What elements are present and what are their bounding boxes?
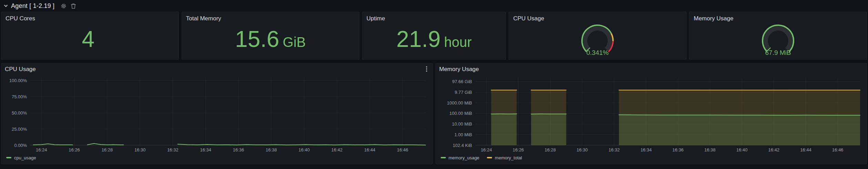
- memory-usage-chart[interactable]: 16:2416:2616:2816:3016:3216:3416:3616:38…: [439, 75, 864, 153]
- row-settings-gear-icon[interactable]: [61, 3, 67, 9]
- svg-text:16:24: 16:24: [36, 147, 47, 152]
- stat-number: 21.9: [396, 27, 440, 51]
- chart-header: CPU Usage: [5, 66, 429, 75]
- svg-text:10.00 MiB: 10.00 MiB: [452, 121, 472, 127]
- legend-item-memory_usage[interactable]: memory_usage: [441, 155, 480, 160]
- svg-text:16:38: 16:38: [704, 147, 716, 152]
- svg-text:16:40: 16:40: [298, 147, 310, 152]
- panel-title[interactable]: Uptime: [367, 15, 502, 22]
- svg-text:16:38: 16:38: [266, 147, 277, 152]
- legend-swatch-icon: [441, 157, 446, 158]
- legend-label[interactable]: cpu_usage: [14, 155, 36, 160]
- panel-title[interactable]: Memory Usage: [439, 66, 479, 73]
- svg-text:16:36: 16:36: [672, 147, 684, 152]
- svg-text:1.00 MiB: 1.00 MiB: [454, 132, 472, 137]
- svg-text:16:26: 16:26: [69, 147, 80, 152]
- timeseries-plot[interactable]: 16:2416:2616:2816:3016:3216:3416:3616:38…: [5, 75, 429, 153]
- stat-value-total-memory: 15.6GiB: [186, 22, 355, 57]
- svg-text:16:32: 16:32: [608, 147, 620, 152]
- svg-text:9.77 GiB: 9.77 GiB: [455, 90, 472, 95]
- svg-text:16:42: 16:42: [768, 147, 779, 152]
- svg-text:97.66 GiB: 97.66 GiB: [452, 79, 472, 84]
- svg-text:0.341%: 0.341%: [586, 49, 609, 56]
- row-delete-trash-icon[interactable]: [71, 3, 76, 9]
- cpu-usage-chart[interactable]: 16:2416:2616:2816:3016:3216:3416:3616:38…: [5, 75, 429, 153]
- panel-cpu-usage-gauge: CPU Usage 0.341%: [509, 12, 686, 60]
- stat-value-cpu-cores: 4: [6, 22, 174, 57]
- svg-text:16:42: 16:42: [331, 147, 343, 152]
- svg-text:75.00%: 75.00%: [12, 94, 27, 99]
- stats-row: CPU Cores 4 Total Memory 15.6GiB Uptime …: [1, 12, 867, 60]
- panel-menu-kebab-icon[interactable]: [424, 66, 429, 74]
- svg-text:16:34: 16:34: [640, 147, 652, 152]
- dashboard-row-header[interactable]: Agent [ 1-2.19 ]: [1, 0, 867, 12]
- svg-text:16:34: 16:34: [200, 147, 211, 152]
- gauge-plot: 67.9 MiB: [748, 22, 808, 56]
- panel-title[interactable]: Memory Usage: [694, 15, 862, 22]
- panel-title[interactable]: CPU Usage: [513, 15, 682, 22]
- svg-text:16:28: 16:28: [102, 147, 113, 152]
- panel-total-memory: Total Memory 15.6GiB: [182, 12, 359, 60]
- svg-text:16:24: 16:24: [481, 147, 492, 152]
- svg-text:16:32: 16:32: [167, 147, 178, 152]
- memory-usage-gauge: 67.9 MiB: [694, 22, 862, 57]
- panel-cpu-cores: CPU Cores 4: [1, 12, 179, 60]
- cpu-usage-gauge: 0.341%: [513, 22, 682, 57]
- chart-header: Memory Usage: [439, 66, 864, 75]
- svg-text:16:28: 16:28: [544, 147, 556, 152]
- legend-label[interactable]: memory_usage: [449, 155, 480, 160]
- panel-title[interactable]: CPU Usage: [5, 66, 36, 73]
- svg-text:16:44: 16:44: [364, 147, 376, 152]
- svg-text:67.9 MiB: 67.9 MiB: [765, 49, 791, 56]
- stat-unit: GiB: [283, 34, 306, 50]
- cpu-usage-legend: cpu_usage: [5, 153, 429, 162]
- panel-title[interactable]: Total Memory: [186, 15, 355, 22]
- svg-text:16:30: 16:30: [134, 147, 146, 152]
- svg-text:16:40: 16:40: [736, 147, 747, 152]
- legend-item-cpu_usage[interactable]: cpu_usage: [6, 155, 36, 160]
- svg-text:100.00 MiB: 100.00 MiB: [449, 111, 472, 116]
- svg-text:16:46: 16:46: [397, 147, 408, 152]
- legend-swatch-icon: [487, 157, 492, 158]
- svg-text:16:30: 16:30: [576, 147, 588, 152]
- panel-cpu-usage-chart: CPU Usage 16:2416:2616:2816:3016:3216:34…: [1, 63, 433, 164]
- svg-text:100.00%: 100.00%: [9, 78, 27, 83]
- panel-title[interactable]: CPU Cores: [6, 15, 174, 22]
- legend-swatch-icon: [6, 157, 11, 158]
- stat-value-uptime: 21.9hour: [367, 22, 502, 57]
- gauge-plot: 0.341%: [567, 22, 628, 56]
- svg-text:16:26: 16:26: [512, 147, 524, 152]
- svg-text:16:46: 16:46: [832, 147, 843, 152]
- panel-memory-usage-gauge: Memory Usage 67.9 MiB: [689, 12, 867, 60]
- svg-text:25.00%: 25.00%: [12, 127, 27, 132]
- svg-text:102.4 KiB: 102.4 KiB: [452, 143, 472, 148]
- svg-text:16:36: 16:36: [233, 147, 244, 152]
- svg-text:16:44: 16:44: [800, 147, 811, 152]
- charts-row: CPU Usage 16:2416:2616:2816:3016:3216:34…: [1, 63, 867, 164]
- stat-number: 4: [82, 27, 95, 51]
- panel-memory-usage-chart: Memory Usage 16:2416:2616:2816:3016:3216…: [436, 63, 867, 164]
- row-title[interactable]: Agent [ 1-2.19 ]: [11, 2, 54, 10]
- stat-number: 15.6: [235, 27, 279, 51]
- stat-unit: hour: [444, 34, 472, 50]
- svg-text:50.00%: 50.00%: [12, 110, 27, 116]
- panel-uptime: Uptime 21.9hour: [362, 12, 506, 60]
- row-actions: [61, 3, 76, 9]
- timeseries-plot[interactable]: 16:2416:2616:2816:3016:3216:3416:3616:38…: [439, 75, 864, 153]
- legend-label[interactable]: memory_total: [495, 155, 522, 160]
- row-collapse-chevron-icon[interactable]: [3, 3, 8, 8]
- memory-usage-legend: memory_usagememory_total: [439, 153, 864, 162]
- legend-item-memory_total[interactable]: memory_total: [487, 155, 522, 160]
- svg-text:0.00%: 0.00%: [14, 143, 27, 148]
- svg-text:1000.00 MiB: 1000.00 MiB: [447, 100, 472, 106]
- grafana-dashboard: Agent [ 1-2.19 ] CPU Cores 4 Total Memor…: [0, 0, 868, 169]
